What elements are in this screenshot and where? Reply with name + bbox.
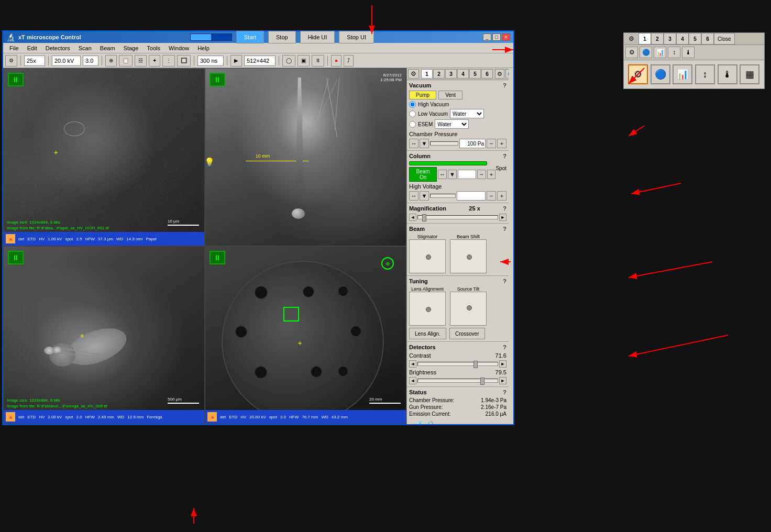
stop-button[interactable]: Stop	[268, 31, 296, 43]
hv-dd-btn[interactable]: ▼	[420, 191, 429, 201]
viewport-top-left[interactable]: ⏸ + Image size: 1024x884, 8 bits Image f…	[3, 68, 205, 246]
menu-help[interactable]: Help	[193, 44, 214, 52]
menu-scan[interactable]: Scan	[74, 44, 96, 52]
cp-minus[interactable]: −	[487, 139, 496, 148]
play-btn[interactable]: ▶	[230, 55, 242, 66]
column-help[interactable]: ?	[503, 153, 506, 159]
hv-track[interactable]	[430, 194, 456, 198]
mag-right-btn[interactable]: ►	[499, 214, 506, 221]
cp-plus[interactable]: +	[497, 139, 506, 148]
rec-btn[interactable]: ●	[331, 55, 342, 66]
contrast-left[interactable]: ◄	[409, 360, 416, 368]
menu-window[interactable]: Window	[164, 44, 193, 52]
tab-2[interactable]: 2	[433, 69, 445, 79]
menu-detectors[interactable]: Detectors	[41, 44, 74, 52]
low-vacuum-select[interactable]: Water	[450, 109, 484, 118]
menu-tools[interactable]: Tools	[142, 44, 164, 52]
menu-file[interactable]: File	[5, 44, 23, 52]
tool5-btn[interactable]: 🔲	[177, 55, 191, 66]
mini-icon1[interactable]: ⚙	[495, 69, 504, 79]
high-vacuum-radio[interactable]	[409, 101, 416, 108]
close-button[interactable]: ✕	[502, 34, 510, 41]
big-icon-settings[interactable]: ⚙	[628, 64, 648, 84]
circle-btn[interactable]: ◯	[282, 55, 295, 66]
fr-tab-5[interactable]: 5	[689, 33, 701, 45]
big-icon-grid-btn[interactable]: ▦	[740, 64, 759, 84]
mag-track[interactable]	[417, 215, 498, 219]
fr-mini-4[interactable]: ↕	[668, 47, 680, 58]
fr-tab-4[interactable]: 4	[676, 33, 689, 45]
hv-minus[interactable]: −	[487, 191, 496, 201]
square-btn[interactable]: ▣	[298, 55, 310, 66]
tool3-btn[interactable]: ✦	[149, 55, 160, 66]
hv-plus[interactable]: +	[497, 191, 506, 201]
pause-btn-tr[interactable]: ⏸	[210, 73, 225, 86]
hide-ui-button[interactable]: Hide UI	[300, 31, 335, 43]
spot-dd-btn[interactable]: ▼	[448, 170, 457, 179]
settings-icon-btn[interactable]: ⚙	[5, 55, 17, 66]
pump-button[interactable]: Pump	[409, 91, 436, 99]
brightness-right[interactable]: ►	[499, 377, 506, 384]
fr-mini-5[interactable]: 🌡	[682, 47, 695, 58]
hv-input-panel[interactable]: 20.00 kV	[457, 191, 486, 201]
fr-tab-1[interactable]: 1	[638, 33, 651, 45]
start-button[interactable]: Start	[236, 31, 264, 43]
menu-edit[interactable]: Edit	[23, 44, 41, 52]
export-btn[interactable]: ⤴	[344, 55, 354, 66]
panel-settings-btn[interactable]: ⚙	[408, 69, 419, 79]
res-input[interactable]	[244, 56, 276, 66]
tuning-help[interactable]: ?	[503, 278, 506, 284]
dwell-input[interactable]	[197, 56, 224, 66]
spot-input[interactable]	[83, 56, 98, 66]
crosshair-btn[interactable]: ⊕	[105, 55, 117, 66]
tab-4[interactable]: 4	[457, 69, 469, 79]
pause-btn-br[interactable]: ⏸	[210, 251, 225, 264]
fr-mini-1[interactable]: ⚙	[625, 47, 638, 58]
stop-ui-button[interactable]: Stop UI	[339, 31, 374, 43]
tool4-btn[interactable]: ⋮	[162, 55, 175, 66]
mag-help[interactable]: ?	[503, 205, 506, 212]
pause-btn-bl[interactable]: ⏸	[8, 251, 24, 264]
chamber-pressure-input[interactable]	[459, 139, 486, 148]
crossover-button[interactable]: Crossover	[449, 328, 485, 339]
fr-close-btn[interactable]: Close	[714, 33, 735, 45]
tab-5[interactable]: 5	[469, 69, 481, 79]
detectors-help[interactable]: ?	[503, 344, 506, 350]
big-icon-nav[interactable]: ↕	[695, 64, 715, 84]
spot-plus[interactable]: +	[487, 170, 496, 179]
spot-arrow-btn[interactable]: ↔	[438, 170, 447, 179]
brightness-left[interactable]: ◄	[409, 377, 416, 384]
source-tilt-control[interactable]	[450, 292, 487, 326]
fr-tab-3[interactable]: 3	[664, 33, 676, 45]
minimize-button[interactable]: _	[483, 34, 491, 41]
stigmator-control[interactable]	[409, 239, 446, 273]
viewport-top-right[interactable]: ⏸ 💡 6/27/2012 1:25:08 PM 10 mm	[205, 68, 406, 246]
fr-tab-6[interactable]: 6	[701, 33, 714, 45]
fr-mini-3[interactable]: 📊	[654, 47, 666, 58]
cp-arrow-left[interactable]: ↔	[409, 139, 418, 148]
esem-select[interactable]: Water	[435, 119, 469, 129]
fr-mini-2[interactable]: 🔵	[640, 47, 652, 58]
big-icon-detectors[interactable]: 🔵	[651, 64, 670, 84]
cp-dropdown-btn[interactable]: ▼	[420, 139, 429, 148]
spot-input-panel[interactable]: 3.0	[458, 170, 476, 179]
fr-settings-icon[interactable]: ⚙	[624, 33, 638, 45]
chamber-pressure-track[interactable]	[430, 141, 458, 146]
beam-on-button[interactable]: Beam On	[409, 167, 437, 182]
mini-icon2[interactable]: 🔵	[505, 69, 509, 79]
spot-minus[interactable]: −	[477, 170, 486, 179]
tool1-btn[interactable]: 📋	[119, 55, 133, 66]
tab-3[interactable]: 3	[445, 69, 457, 79]
brightness-track[interactable]	[417, 379, 498, 383]
vent-button[interactable]: Vent	[438, 91, 462, 99]
menu-stage[interactable]: Stage	[119, 44, 143, 52]
beam-help[interactable]: ?	[503, 226, 506, 232]
lens-align-control[interactable]	[409, 292, 446, 326]
mag-left-btn[interactable]: ◄	[409, 214, 416, 221]
mag-input[interactable]	[24, 56, 45, 66]
hv-input[interactable]	[52, 56, 81, 66]
lens-align-button[interactable]: Lens Align.	[409, 328, 446, 339]
big-icon-chart[interactable]: 📊	[673, 64, 692, 84]
contrast-track[interactable]	[417, 362, 498, 366]
contrast-right[interactable]: ►	[499, 360, 506, 368]
